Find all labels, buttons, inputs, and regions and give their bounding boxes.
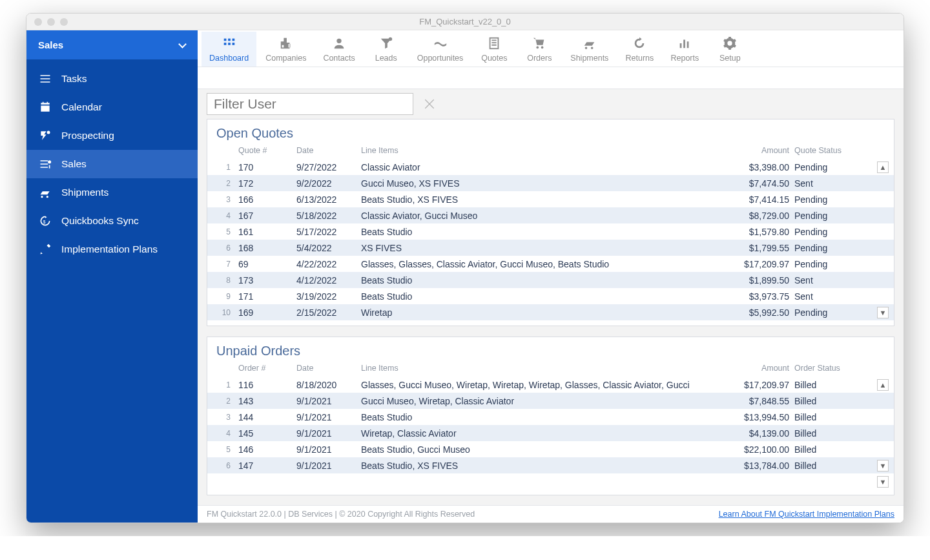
row-amount: $5,992.50: [721, 307, 792, 318]
table-row[interactable]: 41675/18/2022Classic Aviator, Gucci Muse…: [207, 207, 894, 223]
open-quotes-title: Open Quotes: [207, 125, 894, 145]
table-row[interactable]: 61685/4/2022XS FIVES$1,799.55Pending: [207, 240, 894, 256]
svg-rect-16: [687, 41, 689, 48]
sidebar-item-implementation-plans[interactable]: Implementation Plans: [26, 235, 198, 264]
sidebar-item-label: Shipments: [61, 187, 108, 198]
row-index: 3: [212, 413, 236, 422]
row-items: XS FIVES: [358, 243, 721, 253]
filter-user-input[interactable]: [207, 93, 413, 115]
toolbar-icon: [677, 36, 692, 51]
svg-rect-7: [228, 43, 231, 45]
table-row[interactable]: 51615/17/2022Beats Studio$1,579.80Pendin…: [207, 223, 894, 240]
toolbar-shipments[interactable]: Shipments: [563, 32, 616, 67]
row-id: 169: [236, 307, 294, 318]
row-index: 1: [212, 163, 236, 172]
row-items: Wiretap, Classic Aviator: [358, 428, 721, 439]
scroll-down-button[interactable]: ▼: [877, 307, 889, 318]
toolbar-dashboard[interactable]: Dashboard: [202, 32, 256, 67]
row-id: 167: [236, 211, 294, 221]
row-items: Beats Studio: [358, 227, 721, 237]
row-id: 173: [236, 275, 294, 285]
table-row-spacer: ▼: [207, 473, 894, 490]
table-row[interactable]: 11709/27/2022Classic Aviator$3,398.00Pen…: [207, 159, 894, 175]
top-toolbar: DashboardCompaniesContactsLeadsOpportuni…: [198, 30, 904, 67]
toolbar-contacts[interactable]: Contacts: [315, 32, 362, 67]
row-amount: $3,973.75: [721, 291, 792, 302]
table-row[interactable]: 51469/1/2021Beats Studio, Gucci Museo$22…: [207, 441, 894, 457]
sidebar-item-calendar[interactable]: Calendar: [26, 93, 198, 121]
row-index: 2: [212, 397, 236, 406]
row-index: 8: [212, 276, 236, 285]
svg-text:$: $: [43, 220, 46, 224]
svg-point-13: [541, 47, 544, 49]
sidebar-module-selector[interactable]: Sales: [26, 30, 198, 59]
row-status: Billed: [792, 444, 869, 455]
table-row[interactable]: 7694/22/2022Glasses, Glasses, Classic Av…: [207, 256, 894, 272]
row-amount: $3,398.00: [721, 162, 792, 172]
toolbar-label: Opportunites: [417, 54, 464, 63]
sidebar-item-label: Calendar: [61, 101, 102, 113]
row-index: 4: [212, 429, 236, 438]
toolbar-companies[interactable]: Companies: [258, 32, 314, 67]
unpaid-orders-title: Unpaid Orders: [207, 342, 894, 362]
toolbar-reports[interactable]: Reports: [663, 32, 707, 67]
toolbar-returns[interactable]: Returns: [617, 32, 661, 67]
row-items: Classic Aviator: [358, 162, 721, 172]
svg-point-12: [537, 47, 539, 49]
zoom-dot[interactable]: [60, 18, 68, 26]
sidebar: Sales TasksCalendarProspectingSalesShipm…: [26, 30, 198, 523]
svg-rect-8: [232, 43, 234, 45]
minimize-dot[interactable]: [47, 18, 55, 26]
row-status: Billed: [792, 461, 869, 471]
table-row[interactable]: 91713/19/2022Beats Studio$3,973.75Sent: [207, 288, 894, 304]
scroll-down-button[interactable]: ▼: [877, 460, 889, 472]
row-status: Billed: [792, 412, 869, 422]
svg-point-0: [47, 131, 50, 134]
sidebar-item-shipments[interactable]: Shipments: [26, 178, 198, 207]
row-status: Pending: [792, 259, 869, 269]
table-row[interactable]: 31449/1/2021Beats Studio$13,994.50Billed: [207, 409, 894, 425]
sidebar-item-quickbooks-sync[interactable]: $Quickbooks Sync: [26, 207, 198, 235]
clear-filter-button[interactable]: [418, 93, 440, 115]
table-row[interactable]: 101692/15/2022Wiretap$5,992.50Pending▼: [207, 304, 894, 320]
row-amount: $17,209.97: [721, 380, 792, 390]
row-date: 5/4/2022: [294, 243, 358, 253]
table-row[interactable]: 21729/2/2022Gucci Museo, XS FIVES$7,474.…: [207, 175, 894, 191]
table-row[interactable]: 31666/13/2022Beats Studio, XS FIVES$7,41…: [207, 191, 894, 207]
close-dot[interactable]: [34, 18, 42, 26]
nav-icon: [38, 186, 52, 199]
toolbar-orders[interactable]: Orders: [517, 32, 561, 67]
row-date: 9/1/2021: [294, 396, 358, 406]
toolbar-opportunites[interactable]: Opportunites: [409, 32, 471, 67]
toolbar-quotes[interactable]: Quotes: [472, 32, 516, 67]
row-date: 4/12/2022: [294, 275, 358, 285]
toolbar-leads[interactable]: Leads: [364, 32, 408, 67]
row-status: Pending: [792, 162, 869, 172]
table-row[interactable]: 61479/1/2021Beats Studio, XS FIVES$13,78…: [207, 457, 894, 473]
row-items: Beats Studio, XS FIVES: [358, 461, 721, 471]
svg-point-10: [388, 37, 392, 41]
table-row[interactable]: 11168/18/2020Glasses, Gucci Museo, Wiret…: [207, 377, 894, 393]
row-date: 9/1/2021: [294, 412, 358, 422]
sidebar-item-tasks[interactable]: Tasks: [26, 65, 198, 93]
table-row[interactable]: 21439/1/2021Gucci Museo, Wiretap, Classi…: [207, 393, 894, 409]
row-index: 4: [212, 211, 236, 220]
row-amount: $7,848.55: [721, 396, 792, 406]
row-date: 9/1/2021: [294, 428, 358, 439]
footer-link[interactable]: Learn About FM Quickstart Implementation…: [719, 510, 894, 519]
scroll-down-button[interactable]: ▼: [877, 476, 889, 488]
content-area: Open Quotes Quote # Date Line Items Amou…: [198, 67, 904, 505]
table-row[interactable]: 81734/12/2022Beats Studio$1,899.50Sent: [207, 272, 894, 288]
sidebar-item-sales[interactable]: Sales: [26, 150, 198, 178]
toolbar-icon: [632, 36, 646, 51]
svg-rect-4: [228, 39, 231, 41]
table-row[interactable]: 41459/1/2021Wiretap, Classic Aviator$4,1…: [207, 425, 894, 441]
scroll-up-button[interactable]: ▲: [877, 379, 889, 391]
row-amount: $13,994.50: [721, 412, 792, 422]
row-status: Billed: [792, 428, 869, 439]
toolbar-setup[interactable]: Setup: [708, 32, 752, 67]
scroll-up-button[interactable]: ▲: [877, 161, 889, 173]
nav-icon: [38, 72, 52, 85]
row-items: Classic Aviator, Gucci Museo: [358, 211, 721, 221]
sidebar-item-prospecting[interactable]: Prospecting: [26, 121, 198, 150]
